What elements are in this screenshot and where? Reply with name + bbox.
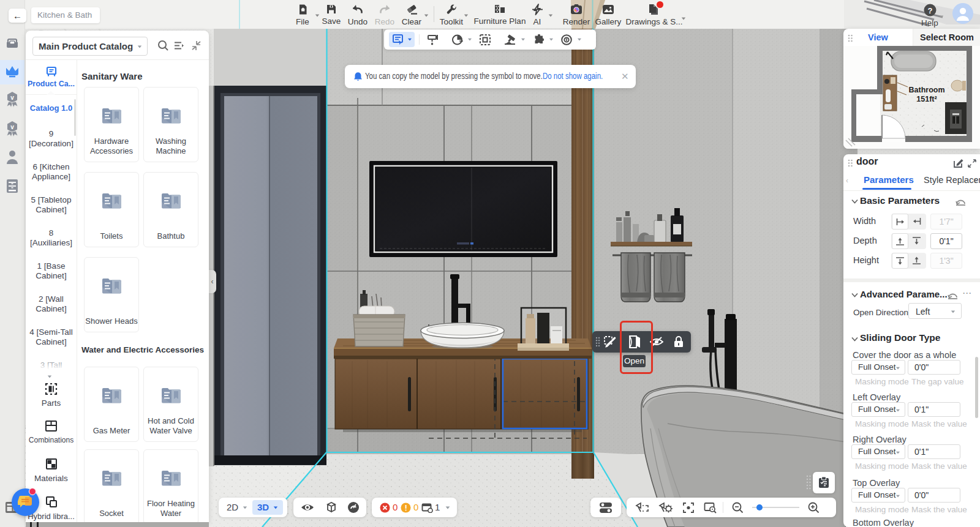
svg-text:v: v <box>10 94 14 101</box>
svg-text:?: ? <box>927 6 932 15</box>
svg-text:v: v <box>10 124 14 130</box>
svg-text:151ft²: 151ft² <box>916 95 937 103</box>
svg-text:Bathroom: Bathroom <box>908 86 944 94</box>
